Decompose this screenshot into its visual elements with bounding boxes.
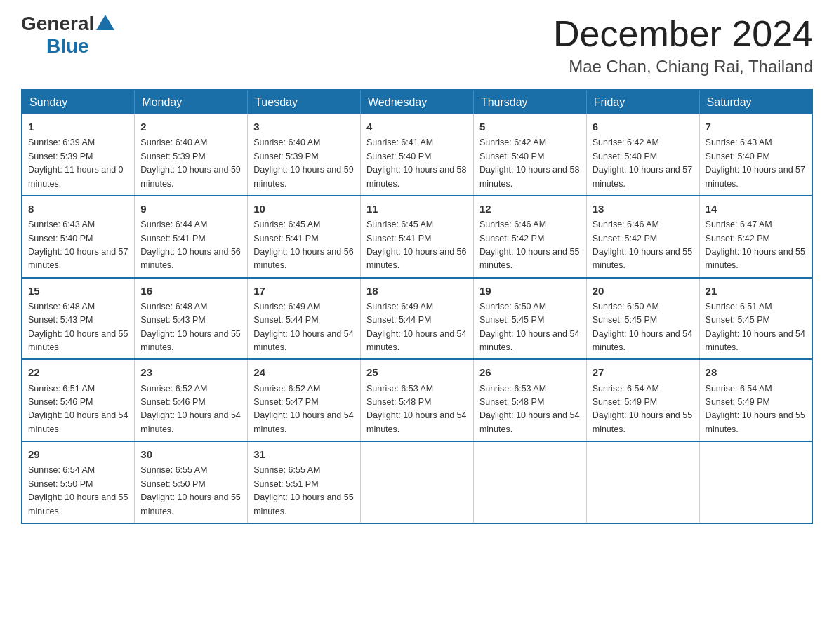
weekday-header-thursday: Thursday — [473, 90, 586, 114]
day-number: 1 — [28, 119, 128, 135]
sunrise-text: Sunrise: 6:53 AM — [479, 384, 546, 394]
daylight-text: Daylight: 10 hours and 54 minutes. — [140, 410, 240, 434]
calendar-day-cell: 14Sunrise: 6:47 AMSunset: 5:42 PMDayligh… — [699, 196, 812, 278]
sunrise-text: Sunrise: 6:54 AM — [28, 465, 95, 475]
sunrise-text: Sunrise: 6:46 AM — [479, 220, 546, 229]
daylight-text: Daylight: 10 hours and 54 minutes. — [253, 410, 353, 434]
daylight-text: Daylight: 10 hours and 54 minutes. — [28, 410, 128, 434]
daylight-text: Daylight: 10 hours and 56 minutes. — [253, 247, 353, 270]
sunset-text: Sunset: 5:41 PM — [253, 234, 318, 243]
daylight-text: Daylight: 10 hours and 55 minutes. — [706, 247, 805, 270]
daylight-text: Daylight: 10 hours and 55 minutes. — [593, 247, 692, 270]
sunset-text: Sunset: 5:42 PM — [479, 234, 544, 243]
sunrise-text: Sunrise: 6:52 AM — [140, 384, 207, 394]
sunrise-text: Sunrise: 6:51 AM — [28, 384, 95, 394]
calendar-day-cell: 27Sunrise: 6:54 AMSunset: 5:49 PMDayligh… — [586, 359, 699, 441]
calendar-day-cell: 26Sunrise: 6:53 AMSunset: 5:48 PMDayligh… — [473, 359, 586, 441]
daylight-text: Daylight: 10 hours and 55 minutes. — [140, 492, 240, 516]
sunset-text: Sunset: 5:39 PM — [140, 152, 205, 161]
calendar-day-cell: 29Sunrise: 6:54 AMSunset: 5:50 PMDayligh… — [22, 441, 135, 523]
calendar-day-cell: 3Sunrise: 6:40 AMSunset: 5:39 PMDaylight… — [248, 114, 361, 196]
calendar-day-cell: 5Sunrise: 6:42 AMSunset: 5:40 PMDaylight… — [473, 114, 586, 196]
calendar-day-cell: 17Sunrise: 6:49 AMSunset: 5:44 PMDayligh… — [248, 278, 361, 360]
sunset-text: Sunset: 5:40 PM — [706, 152, 770, 161]
sunset-text: Sunset: 5:48 PM — [479, 397, 544, 407]
calendar-day-cell: 1Sunrise: 6:39 AMSunset: 5:39 PMDaylight… — [22, 114, 135, 196]
day-number: 5 — [479, 119, 581, 135]
calendar-day-cell: 6Sunrise: 6:42 AMSunset: 5:40 PMDaylight… — [586, 114, 699, 196]
calendar-day-cell: 31Sunrise: 6:55 AMSunset: 5:51 PMDayligh… — [248, 441, 361, 523]
day-number: 10 — [253, 201, 355, 217]
calendar-week-row: 15Sunrise: 6:48 AMSunset: 5:43 PMDayligh… — [22, 278, 812, 360]
day-number: 4 — [366, 119, 468, 135]
daylight-text: Daylight: 10 hours and 58 minutes. — [479, 165, 579, 188]
sunrise-text: Sunrise: 6:50 AM — [479, 302, 546, 311]
weekday-header-friday: Friday — [586, 90, 699, 114]
day-number: 15 — [28, 283, 128, 299]
daylight-text: Daylight: 10 hours and 55 minutes. — [593, 410, 692, 434]
sunrise-text: Sunrise: 6:49 AM — [253, 302, 320, 311]
day-number: 31 — [253, 446, 355, 462]
day-number: 9 — [140, 201, 241, 217]
calendar-day-cell — [473, 441, 586, 523]
header: General Blue December 2024 Mae Chan, Chi… — [21, 14, 813, 76]
sunrise-text: Sunrise: 6:39 AM — [28, 137, 95, 147]
sunrise-text: Sunrise: 6:40 AM — [140, 137, 207, 147]
sunrise-text: Sunrise: 6:43 AM — [706, 137, 772, 147]
day-number: 28 — [706, 364, 806, 380]
sunrise-text: Sunrise: 6:48 AM — [28, 302, 95, 311]
sunrise-text: Sunrise: 6:46 AM — [593, 220, 659, 229]
sunrise-text: Sunrise: 6:45 AM — [253, 220, 320, 229]
sunset-text: Sunset: 5:45 PM — [479, 315, 544, 325]
sunset-text: Sunset: 5:47 PM — [253, 397, 318, 407]
weekday-header-row: SundayMondayTuesdayWednesdayThursdayFrid… — [22, 90, 812, 114]
day-number: 16 — [140, 283, 241, 299]
logo-general-text: General — [21, 14, 94, 34]
sunrise-text: Sunrise: 6:54 AM — [706, 384, 772, 394]
sunset-text: Sunset: 5:48 PM — [366, 397, 431, 407]
calendar-week-row: 29Sunrise: 6:54 AMSunset: 5:50 PMDayligh… — [22, 441, 812, 523]
day-number: 30 — [140, 446, 241, 462]
day-number: 25 — [366, 364, 468, 380]
sunset-text: Sunset: 5:43 PM — [28, 315, 93, 325]
day-number: 11 — [366, 201, 468, 217]
daylight-text: Daylight: 10 hours and 54 minutes. — [479, 410, 579, 434]
weekday-header-sunday: Sunday — [22, 90, 135, 114]
day-number: 27 — [593, 364, 694, 380]
sunset-text: Sunset: 5:42 PM — [706, 234, 770, 243]
weekday-header-saturday: Saturday — [699, 90, 812, 114]
calendar-day-cell: 28Sunrise: 6:54 AMSunset: 5:49 PMDayligh… — [699, 359, 812, 441]
sunset-text: Sunset: 5:40 PM — [479, 152, 544, 161]
calendar-table: SundayMondayTuesdayWednesdayThursdayFrid… — [21, 89, 813, 524]
calendar-week-row: 1Sunrise: 6:39 AMSunset: 5:39 PMDaylight… — [22, 114, 812, 196]
daylight-text: Daylight: 10 hours and 55 minutes. — [706, 410, 805, 434]
calendar-day-cell: 24Sunrise: 6:52 AMSunset: 5:47 PMDayligh… — [248, 359, 361, 441]
sunset-text: Sunset: 5:42 PM — [593, 234, 657, 243]
daylight-text: Daylight: 11 hours and 0 minutes. — [28, 165, 124, 188]
sunset-text: Sunset: 5:43 PM — [140, 315, 205, 325]
sunrise-text: Sunrise: 6:42 AM — [479, 137, 546, 147]
day-number: 17 — [253, 283, 355, 299]
title-area: December 2024 Mae Chan, Chiang Rai, Thai… — [553, 14, 813, 76]
daylight-text: Daylight: 10 hours and 54 minutes. — [479, 329, 579, 352]
sunrise-text: Sunrise: 6:53 AM — [366, 384, 433, 394]
daylight-text: Daylight: 10 hours and 54 minutes. — [593, 329, 692, 352]
daylight-text: Daylight: 10 hours and 55 minutes. — [253, 492, 353, 516]
day-number: 2 — [140, 119, 241, 135]
sunset-text: Sunset: 5:39 PM — [28, 152, 93, 161]
sunset-text: Sunset: 5:51 PM — [253, 479, 318, 489]
calendar-day-cell: 20Sunrise: 6:50 AMSunset: 5:45 PMDayligh… — [586, 278, 699, 360]
daylight-text: Daylight: 10 hours and 54 minutes. — [366, 329, 466, 352]
sunset-text: Sunset: 5:41 PM — [140, 234, 205, 243]
calendar-day-cell: 23Sunrise: 6:52 AMSunset: 5:46 PMDayligh… — [135, 359, 248, 441]
sunset-text: Sunset: 5:39 PM — [253, 152, 318, 161]
sunrise-text: Sunrise: 6:48 AM — [140, 302, 207, 311]
day-number: 7 — [706, 119, 806, 135]
calendar-day-cell — [361, 441, 474, 523]
weekday-header-monday: Monday — [135, 90, 248, 114]
logo-blue-text: Blue — [46, 35, 89, 58]
sunrise-text: Sunrise: 6:51 AM — [706, 302, 772, 311]
calendar-day-cell: 18Sunrise: 6:49 AMSunset: 5:44 PMDayligh… — [361, 278, 474, 360]
sunrise-text: Sunrise: 6:42 AM — [593, 137, 659, 147]
sunrise-text: Sunrise: 6:55 AM — [253, 465, 320, 475]
